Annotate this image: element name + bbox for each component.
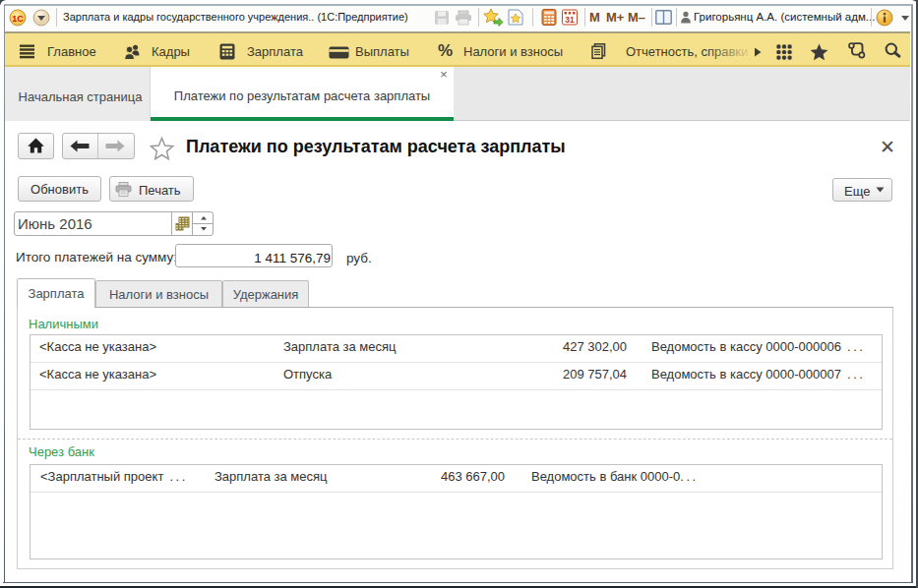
svg-text:1C: 1C xyxy=(12,14,24,24)
svg-text:31: 31 xyxy=(565,15,575,25)
